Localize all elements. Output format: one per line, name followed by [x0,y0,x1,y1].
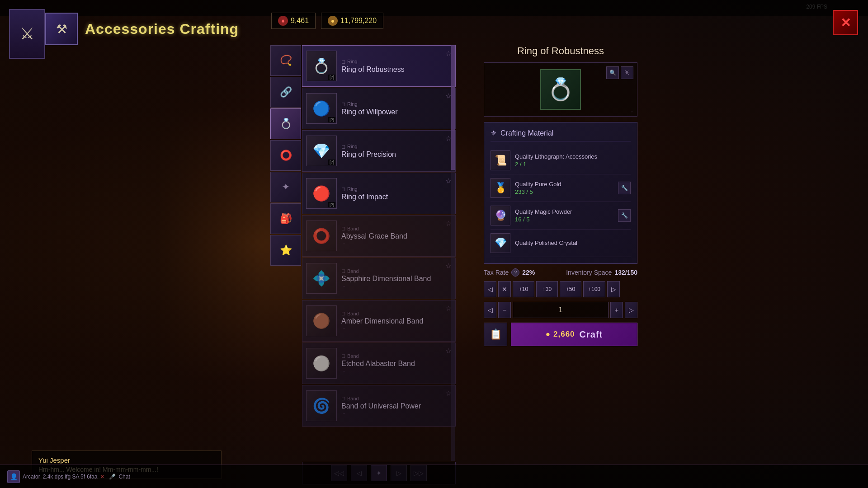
qty-input-row: ◁ − + ▷ [484,302,637,318]
scroll-bar[interactable] [451,45,455,461]
item-row-willpower[interactable]: 🔵 [?] ◻ Ring Ring of Willpower ☆ [302,88,456,129]
item-star-robustness[interactable]: ☆ [445,49,452,58]
item-info-universal: ◻ Band Band of Universal Power ··· [341,395,452,416]
item-row-universal[interactable]: 🌀 ◻ Band Band of Universal Power ··· ☆ [302,385,456,427]
item-row-abyssal[interactable]: ⭕ ◻ Band Abyssal Grace Band ··· ☆ [302,215,456,257]
item-info-abyssal: ◻ Band Abyssal Grace Band ··· [341,225,452,246]
item-badge-precision: [?] [328,160,335,165]
qty-plus30[interactable]: +30 [536,281,558,297]
mat-count-powder: 16 / 5 [515,216,613,223]
item-row-robustness[interactable]: 💍 [?] ◻ Ring Ring of Robustness ☆ [302,45,456,87]
mat-row-powder: 🔮 Quality Magic Powder 16 / 5 🔧 [491,202,631,230]
item-type-sapphire: ◻ Band [341,268,452,274]
item-name-precision: Ring of Precision [341,150,452,159]
item-star-alabaster[interactable]: ☆ [445,347,452,355]
mat-tool-gold[interactable]: 🔧 [618,182,631,194]
item-img-willpower: 🔵 [?] [306,93,337,124]
gold-currency-amount: 11,799,220 [340,17,377,25]
sidebar-tab-ring1[interactable]: 🔗 [270,77,301,108]
item-star-sapphire[interactable]: ☆ [445,262,452,270]
item-star-precision[interactable]: ☆ [445,134,452,143]
qty-plus10[interactable]: +10 [513,281,534,297]
qty-increment-right[interactable]: ▷ [625,302,637,318]
tax-label-area: Tax Rate ? 22% [484,268,535,277]
character-area [0,0,262,488]
mat-tool-powder[interactable]: 🔧 [618,209,631,222]
qty-preset-row: ◁ ✕ +10 +30 +50 +100 ▷ [484,281,637,297]
close-button[interactable]: ✕ [833,10,858,35]
sidebar-tab-necklace[interactable]: 📿 [270,45,301,76]
item-info-robustness: ◻ Ring Ring of Robustness [341,59,452,74]
item-info-amber: ◻ Band Amber Dimensional Band ··· [341,310,452,331]
item-preview-area: 💍 🔍 % ·· [484,62,637,117]
preview-dots: ·· [631,109,633,114]
item-star-impact[interactable]: ☆ [445,177,452,185]
qty-input[interactable] [513,302,609,318]
mat-count-lithograph: 2 / 1 [515,161,631,168]
red-currency-amount: 9,461 [291,17,309,25]
mat-name-gold: Quality Pure Gold [515,181,613,188]
item-img-robustness: 💍 [?] [306,51,337,81]
item-star-willpower[interactable]: ☆ [445,92,452,100]
item-info-precision: ◻ Ring Ring of Precision [341,144,452,159]
mat-icon-gold: 🥇 [491,178,510,198]
mat-count-gold: 233 / 5 [515,188,613,195]
hud-close-icon[interactable]: ✕ [100,474,104,480]
item-star-abyssal[interactable]: ☆ [445,219,452,228]
item-img-abyssal: ⭕ [306,221,337,251]
sidebar-tab-ring-active[interactable]: 💍 [270,108,301,139]
qty-arrow-left-inner[interactable]: ✕ [498,281,511,297]
hud-chat[interactable]: 🎤 Chat [109,474,130,480]
item-name-robustness: Ring of Robustness [341,66,452,74]
bottom-hud: 👤 Arcator 2.4k dps lfg SA 5f-6faa ✕ 🎤 Ch… [0,465,868,488]
craft-recipe-btn[interactable]: 📋 [484,323,507,346]
hud-player: 👤 Arcator 2.4k dps lfg SA 5f-6faa ✕ [7,470,104,483]
item-info-sapphire: ◻ Band Sapphire Dimensional Band ··· [341,268,452,289]
item-row-sapphire[interactable]: 💠 ◻ Band Sapphire Dimensional Band ··· ☆ [302,258,456,299]
crafting-icon: ⚜ [491,129,497,137]
preview-percent-btn[interactable]: % [621,66,633,79]
item-name-amber: Amber Dimensional Band [341,317,452,325]
item-star-amber[interactable]: ☆ [445,304,452,313]
red-currency-icon: ♦ [278,16,288,26]
item-type-icon-willpower: ◻ [341,101,345,107]
mat-name-crystal: Quality Polished Crystal [515,239,631,246]
page-title: Accessories Crafting [85,21,239,38]
item-list: 💍 [?] ◻ Ring Ring of Robustness ☆ 🔵 [?] … [302,45,456,461]
right-panel: Ring of Robustness 💍 🔍 % ·· ⚜ Crafting M… [484,45,637,461]
item-row-precision[interactable]: 💎 [?] ◻ Ring Ring of Precision ☆ [302,130,456,172]
item-row-amber[interactable]: 🟤 ◻ Band Amber Dimensional Band ··· ☆ [302,300,456,342]
qty-minus[interactable]: − [498,302,511,318]
qty-plus-btn[interactable]: + [610,302,623,318]
item-type-icon-sapphire: ◻ [341,268,345,274]
craft-button[interactable]: ● 2,660 Craft [511,323,637,346]
item-type-alabaster: ◻ Band [341,353,452,359]
item-img-alabaster: ⚪ [306,348,337,379]
qty-decrement-left[interactable]: ◁ [484,302,496,318]
item-row-alabaster[interactable]: ⚪ ◻ Band Etched Alabaster Band ··· ☆ [302,343,456,384]
sidebar-tab-star[interactable]: ⭐ [270,235,301,266]
item-badge-willpower: [?] [328,117,335,122]
tax-help-btn[interactable]: ? [511,268,519,277]
item-type-icon-alabaster: ◻ [341,353,345,359]
item-dots-sapphire: ··· [341,284,452,289]
item-name-impact: Ring of Impact [341,193,452,201]
sidebar-tab-bag[interactable]: 🎒 [270,203,301,234]
preview-search-btn[interactable]: 🔍 [606,66,619,79]
item-info-alabaster: ◻ Band Etched Alabaster Band ··· [341,353,452,374]
item-type-precision: ◻ Ring [341,144,452,150]
item-img-impact: 🔴 [?] [306,178,337,209]
item-type-icon-abyssal: ◻ [341,225,345,231]
item-name-alabaster: Etched Alabaster Band [341,360,452,368]
sidebar-tab-special[interactable]: ✦ [270,172,301,202]
item-row-impact[interactable]: 🔴 [?] ◻ Ring Ring of Impact ☆ [302,173,456,214]
sidebar-tab-bracelet[interactable]: ⭕ [270,140,301,171]
qty-arrow-right-inner[interactable]: ▷ [607,281,620,297]
qty-plus50[interactable]: +50 [560,281,581,297]
item-type-icon-robustness: ◻ [341,59,345,65]
qty-plus100[interactable]: +100 [583,281,605,297]
item-dots-universal: ··· [341,411,452,416]
qty-arrow-left-outer[interactable]: ◁ [484,281,496,297]
item-star-universal[interactable]: ☆ [445,389,452,398]
hud-player-stats: 2.4k dps lfg SA 5f-6faa [43,474,98,480]
